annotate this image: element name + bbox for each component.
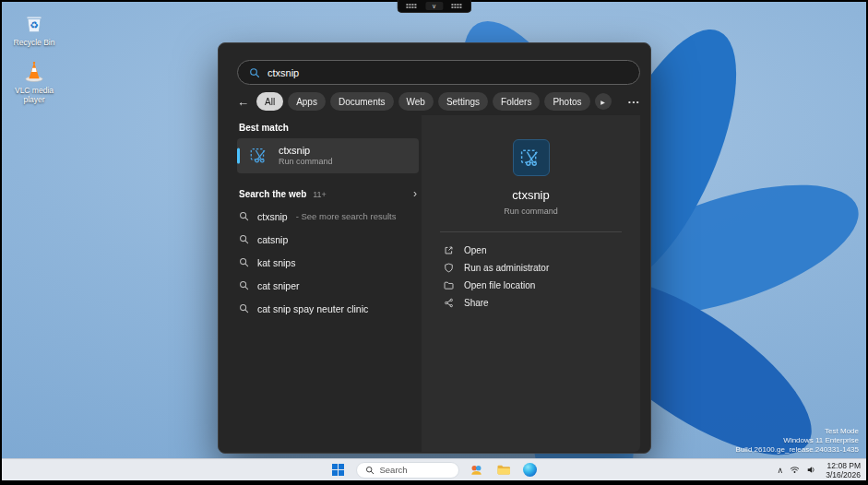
clock-date: 3/16/2026 xyxy=(826,470,861,479)
action-open[interactable]: Open xyxy=(444,242,618,259)
tabs-overflow-button[interactable]: ▶ xyxy=(595,93,612,110)
taskbar-search-box[interactable]: Search xyxy=(356,462,459,479)
taskbar: Search ∧ xyxy=(2,458,866,480)
action-open-file-location[interactable]: Open file location xyxy=(444,277,618,294)
tab-documents[interactable]: Documents xyxy=(330,92,394,111)
open-icon xyxy=(444,245,454,255)
search-icon xyxy=(239,280,249,290)
more-options-button[interactable]: ••• xyxy=(628,98,640,106)
best-match-header: Best match xyxy=(239,123,417,133)
desktop: ♻ Recycle Bin VLC media player Test Mode… xyxy=(2,2,866,458)
search-suggestion[interactable]: cat snip spay neuter clinic xyxy=(237,297,419,320)
taskbar-file-explorer[interactable] xyxy=(494,461,513,479)
watermark-line-1: Test Mode xyxy=(736,427,859,436)
taskbar-edge[interactable] xyxy=(521,461,540,479)
search-suggestion[interactable]: kat snips xyxy=(237,251,419,274)
chevron-right-icon: › xyxy=(413,188,417,199)
suggestion-text: ctxsnip xyxy=(257,211,288,222)
web-result-count: 11+ xyxy=(313,190,327,199)
preview-title: ctxsnip xyxy=(512,188,549,202)
recycle-bin-icon: ♻ xyxy=(20,9,48,37)
watermark-line-2: Windows 11 Enterprise xyxy=(736,436,859,445)
screen: ♻ Recycle Bin VLC media player Test Mode… xyxy=(0,0,868,485)
action-label: Run as administrator xyxy=(464,263,549,273)
selection-accent-bar xyxy=(237,148,240,164)
share-icon xyxy=(444,298,454,308)
taskbar-search-label: Search xyxy=(380,465,408,475)
taskbar-center-group: Search xyxy=(329,459,540,480)
search-preview-panel: ctxsnip Run command Open Run as adm xyxy=(422,115,640,452)
best-match-subtitle: Run command xyxy=(279,157,333,167)
search-results-column: Best match ctxsnip Run command xyxy=(237,115,419,320)
preview-subtitle: Run command xyxy=(504,207,558,216)
search-the-web-label: Search the web 11+ xyxy=(239,189,327,199)
windows-logo-icon xyxy=(332,464,344,476)
desktop-icon-vlc[interactable]: VLC media player xyxy=(7,57,61,104)
taskbar-tray: ∧ 12:08 PM 3/16/2026 xyxy=(778,459,861,480)
network-icon[interactable] xyxy=(790,465,800,475)
tab-web[interactable]: Web xyxy=(398,92,434,111)
vlc-cone-icon xyxy=(20,57,48,85)
tab-all[interactable]: All xyxy=(256,92,283,111)
tab-settings[interactable]: Settings xyxy=(438,92,488,111)
suggestion-text: cat snip spay neuter clinic xyxy=(257,303,368,314)
tray-chevron-up-icon[interactable]: ∧ xyxy=(778,466,784,475)
desktop-icon-label: Recycle Bin xyxy=(14,39,55,48)
folder-icon xyxy=(444,280,454,290)
grip-dots-icon xyxy=(451,4,462,8)
suggestion-text: kat snips xyxy=(257,257,295,268)
search-icon xyxy=(239,303,249,313)
taskbar-app-people[interactable] xyxy=(468,461,486,479)
divider xyxy=(440,231,622,232)
search-suggestion[interactable]: ctxsnip - See more search results xyxy=(237,205,419,228)
start-button[interactable] xyxy=(329,461,348,479)
clock-time: 12:08 PM xyxy=(827,461,861,470)
search-suggestion[interactable]: catsnip xyxy=(237,228,419,251)
tab-folders[interactable]: Folders xyxy=(493,92,540,111)
tab-photos[interactable]: Photos xyxy=(544,92,589,111)
best-match-text: ctxsnip Run command xyxy=(279,145,333,167)
back-button[interactable]: ← xyxy=(237,96,249,108)
chevron-down-icon[interactable]: ∨ xyxy=(425,2,443,10)
clock[interactable]: 12:08 PM 3/16/2026 xyxy=(826,461,861,479)
suggestion-text: cat sniper xyxy=(257,280,300,291)
desktop-icon-recycle-bin[interactable]: ♻ Recycle Bin xyxy=(7,9,61,48)
ctxsnip-app-icon xyxy=(249,146,269,166)
vm-connection-bar[interactable]: ∨ xyxy=(397,0,471,13)
preview-actions: Open Run as administrator Open file loca… xyxy=(422,242,640,312)
search-box[interactable] xyxy=(237,60,640,85)
search-the-web-header[interactable]: Search the web 11+ › xyxy=(239,188,417,199)
search-icon xyxy=(239,257,249,267)
action-label: Open xyxy=(464,245,486,255)
best-match-title: ctxsnip xyxy=(279,145,333,157)
suggestion-text: catsnip xyxy=(257,234,288,245)
search-filter-tabs: ← All Apps Documents Web Settings Folder… xyxy=(237,92,640,111)
watermark-line-3: Build 26100.ge_release.240331-1435 xyxy=(736,445,859,455)
people-icon xyxy=(470,463,483,477)
volume-icon[interactable] xyxy=(806,465,816,475)
search-flyout: ← All Apps Documents Web Settings Folder… xyxy=(218,42,651,454)
action-label: Share xyxy=(464,298,489,308)
grip-dots-icon xyxy=(406,4,417,8)
search-icon xyxy=(239,211,249,221)
edge-icon xyxy=(523,463,537,477)
search-suggestion[interactable]: cat sniper xyxy=(237,274,419,297)
action-run-as-administrator[interactable]: Run as administrator xyxy=(444,259,618,277)
suggestion-suffix: - See more search results xyxy=(296,211,397,221)
desktop-icon-label: VLC media player xyxy=(7,87,61,104)
test-mode-watermark: Test Mode Windows 11 Enterprise Build 26… xyxy=(736,427,859,455)
search-icon xyxy=(239,234,249,244)
action-label: Open file location xyxy=(464,280,535,290)
action-share[interactable]: Share xyxy=(444,294,618,312)
tab-apps[interactable]: Apps xyxy=(288,92,326,111)
best-match-item[interactable]: ctxsnip Run command xyxy=(237,138,419,173)
ctxsnip-app-icon-large xyxy=(513,139,550,176)
shield-icon xyxy=(444,263,454,273)
svg-text:♻: ♻ xyxy=(30,19,39,30)
search-icon xyxy=(365,466,375,475)
search-icon xyxy=(249,67,260,78)
folder-icon xyxy=(496,463,510,477)
search-input[interactable] xyxy=(268,67,628,78)
